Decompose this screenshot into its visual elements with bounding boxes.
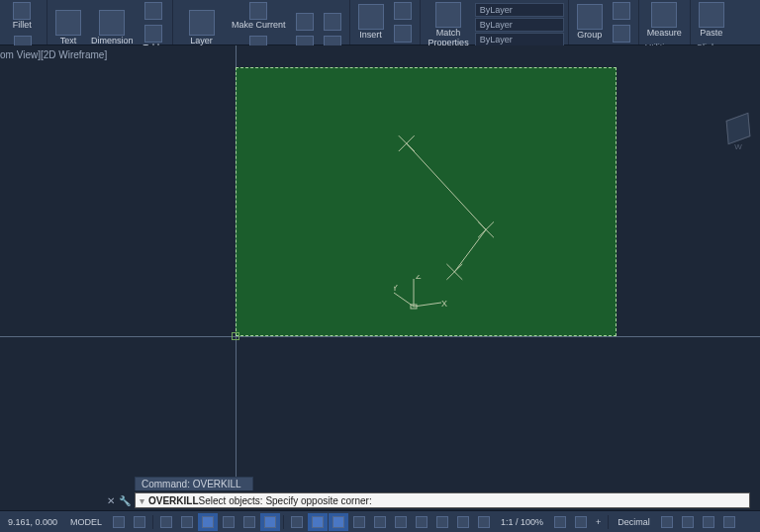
ortho-icon [202, 516, 214, 528]
anno-lock-icon [554, 516, 566, 528]
pickbox [232, 332, 239, 340]
walk-icon [478, 516, 490, 528]
infer-icon [160, 516, 172, 528]
viewport-icon [703, 516, 714, 528]
ortho-toggle[interactable] [198, 513, 218, 531]
dynamic-ucs-icon [374, 516, 386, 528]
paste-button[interactable]: Paste [695, 0, 728, 41]
iso-icon [243, 516, 255, 528]
group-edit-icon [613, 25, 630, 43]
workspace-switch[interactable] [657, 513, 677, 531]
hamburger-icon [723, 516, 735, 528]
command-active: OVERKILL [148, 495, 199, 506]
sel-cycle-toggle[interactable] [329, 513, 348, 531]
ribbon: Fillet Array Text Dimension Table Annota… [0, 0, 760, 45]
ungroup-button[interactable] [609, 0, 634, 22]
panel-properties: Match Properties ByLayer ByLayer ByLayer… [421, 0, 569, 44]
command-input[interactable]: ▾ OVERKILL Select objects: Specify oppos… [135, 492, 750, 508]
polar-toggle[interactable] [219, 513, 238, 531]
anno-scale[interactable]: 1:1 / 100% [495, 513, 549, 531]
transparency-toggle[interactable] [308, 513, 328, 531]
camera-icon [457, 516, 469, 528]
walk-toggle[interactable] [474, 513, 494, 531]
snap-icon [134, 516, 145, 528]
3dosnap-icon [353, 516, 365, 528]
make-current-button[interactable]: Make Current [228, 0, 290, 33]
3dosnap-toggle[interactable] [349, 513, 369, 531]
filter-icon [395, 516, 407, 528]
viewcube[interactable]: W [720, 115, 756, 150]
leader-icon [144, 2, 162, 20]
match-properties-button[interactable]: Match Properties [425, 0, 473, 50]
text-icon [55, 10, 81, 36]
selection-window [236, 67, 617, 336]
recent-commands-button[interactable]: ▾ [140, 495, 144, 506]
snap-toggle[interactable] [130, 513, 149, 531]
panel-modify: Fillet Array [0, 0, 48, 44]
fillet-icon [13, 2, 31, 20]
panel-groups: Group Groups▼ [569, 0, 639, 44]
dimension-button[interactable]: Dimension [87, 8, 138, 48]
panel-layers: Layer Properties Make Current Match Laye… [173, 0, 350, 44]
command-area: Command: OVERKILL ✕ 🔧 ▾ OVERKILL Select … [0, 477, 760, 510]
units-display[interactable]: Decimal [612, 513, 656, 531]
viewport-maximize[interactable] [699, 513, 718, 531]
aperture-icon [436, 516, 448, 528]
text-button[interactable]: Text [51, 8, 85, 48]
group-button[interactable]: Group [573, 2, 607, 43]
layer-freeze-icon [324, 13, 341, 31]
aperture-toggle[interactable] [432, 513, 452, 531]
anno-visibility-toggle[interactable] [571, 513, 591, 531]
command-prompt: Select objects: Specify opposite corner: [199, 495, 372, 506]
grid-toggle[interactable] [109, 513, 129, 531]
paste-icon [699, 2, 724, 28]
osnap-toggle[interactable] [260, 513, 280, 531]
camera-toggle[interactable] [453, 513, 473, 531]
panel-annotation: Text Dimension Table Annotation▼ [48, 0, 173, 44]
insert-button[interactable]: Insert [354, 2, 388, 43]
dynamic-ucs-toggle[interactable] [370, 513, 390, 531]
make-current-icon [249, 2, 267, 20]
group-edit-button[interactable] [609, 23, 634, 44]
drawing-viewport[interactable]: om View][2D Wireframe] X Y Z [0, 45, 760, 477]
lineweight-control[interactable]: ByLayer [475, 18, 564, 32]
measure-button[interactable]: Measure [643, 0, 686, 41]
match-properties-icon [435, 2, 461, 28]
coords-readout[interactable]: 9.161, 0.000 [2, 513, 63, 531]
leader-button[interactable] [140, 0, 169, 22]
layer-properties-icon [189, 10, 215, 36]
infer-toggle[interactable] [156, 513, 176, 531]
ungroup-icon [613, 2, 630, 20]
viewcube-compass: W [720, 142, 756, 151]
color-control[interactable]: ByLayer [475, 3, 564, 17]
fillet-button[interactable]: Fillet [9, 0, 36, 33]
workspace-icon [661, 516, 673, 528]
filter-toggle[interactable] [391, 513, 411, 531]
sel-cycle-icon [332, 516, 344, 528]
edit-block-icon [394, 25, 412, 43]
create-block-button[interactable] [390, 0, 416, 22]
viewcube-cube[interactable] [726, 113, 751, 145]
gizmo-toggle[interactable] [412, 513, 431, 531]
close-cmdline-button[interactable]: ✕ [107, 495, 115, 506]
model-space-toggle[interactable]: MODEL [64, 513, 108, 531]
customize-status[interactable] [719, 513, 739, 531]
osnap-icon [264, 516, 276, 528]
edit-block-button[interactable] [390, 23, 416, 44]
command-line: ✕ 🔧 ▾ OVERKILL Select objects: Specify o… [0, 490, 760, 510]
layer-freeze-button[interactable] [320, 11, 345, 33]
dyn-input-toggle[interactable] [177, 513, 197, 531]
gizmo-icon [416, 516, 428, 528]
cmdline-options-button[interactable]: 🔧 [119, 495, 131, 506]
view-label[interactable]: om View][2D Wireframe] [0, 49, 107, 60]
layer-iso-icon [296, 13, 314, 31]
iso-toggle[interactable] [239, 513, 259, 531]
anno-lock-toggle[interactable] [550, 513, 570, 531]
grid-icon [113, 516, 125, 528]
transparency-icon [312, 516, 324, 528]
lweight-toggle[interactable] [287, 513, 307, 531]
layer-iso-button[interactable] [292, 11, 318, 33]
anno-icon [682, 516, 694, 528]
anno-visibility-icon [575, 516, 587, 528]
anno-monitor[interactable] [678, 513, 698, 531]
